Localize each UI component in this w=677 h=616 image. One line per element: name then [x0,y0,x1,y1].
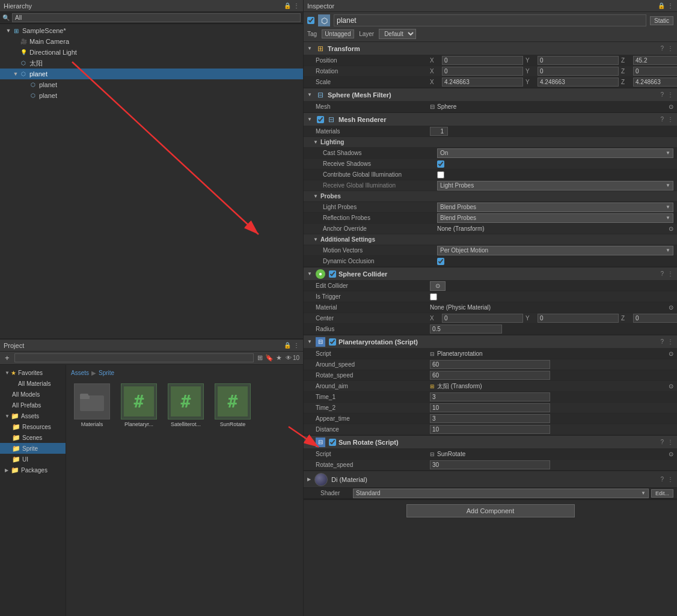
sun-rotate-settings-icon[interactable]: ⋮ [667,439,673,445]
light-probes-dropdown[interactable]: Blend Probes ▼ [437,203,673,212]
hierarchy-item-planet-child2[interactable]: ⬡ planet [0,90,303,101]
center-x-input[interactable] [442,314,523,323]
sidebar-packages[interactable]: ▶ 📁 Packages [0,465,66,475]
collider-material-link-icon[interactable]: ⊙ [669,304,673,311]
sun-rotate-enable-checkbox[interactable] [329,439,336,446]
sun-rotate-header[interactable]: ▼ ⊟ Sun Rotate (Script) ? ⋮ [304,436,677,449]
sphere-collider-settings-icon[interactable]: ⋮ [667,270,673,277]
sphere-collider-enable-checkbox[interactable] [329,270,336,278]
cast-shadows-dropdown[interactable]: On ▼ [437,148,673,158]
dynamic-occlusion-checkbox[interactable] [437,258,444,265]
hierarchy-search-input[interactable] [12,13,301,22]
sidebar-all-materials[interactable]: All Materials [0,378,66,389]
sidebar-scenes[interactable]: 📁 Scenes [0,432,66,443]
mesh-filter-settings-icon[interactable]: ⋮ [667,91,673,98]
reflection-probes-dropdown[interactable]: Blend Probes ▼ [437,213,673,223]
hierarchy-more-icon[interactable]: ⋮ [293,2,299,9]
transform-header[interactable]: ▼ ⊞ Transform ? ⋮ [304,42,677,55]
pos-x-input[interactable] [442,56,523,65]
project-add-btn[interactable]: + [4,353,11,362]
contribute-gi-checkbox[interactable] [437,171,444,178]
hierarchy-item-sun[interactable]: ⬡ 太阳 [0,58,303,69]
material-header-row[interactable]: ▶ Di (Material) ? ⋮ [304,471,677,488]
hierarchy-item-planet[interactable]: ▼ ⬡ planet [0,69,303,79]
mesh-filter-header[interactable]: ▼ ⊟ Sphere (Mesh Filter) ? ⋮ [304,88,677,102]
add-component-button[interactable]: Add Component [406,504,575,517]
mesh-filter-help-icon[interactable]: ? [660,91,664,98]
inspector-lock-icon[interactable]: 🔒 [658,2,665,9]
around-aim-link-icon[interactable]: ⊙ [669,383,673,389]
sun-script-link-icon[interactable]: ⊙ [669,451,673,457]
sidebar-all-prefabs[interactable]: All Prefabs [0,400,66,410]
file-item-materials[interactable]: Materials [71,383,113,427]
file-item-sunrotate[interactable]: # SunRotate [212,383,254,427]
hierarchy-scene-root[interactable]: ▼ ⊞ SampleScene* [0,25,303,36]
pos-z-input[interactable] [633,56,677,65]
planetary-rotation-enable-checkbox[interactable] [329,338,336,346]
project-more-icon[interactable]: ⋮ [293,342,299,349]
project-bookmark-btn[interactable]: 🔖 [265,354,274,362]
sidebar-resources[interactable]: 📁 Resources [0,421,66,432]
planetary-rotation-header[interactable]: ▼ ⊟ Planetaryrotation (Script) ? ⋮ [304,335,677,349]
center-z-input[interactable] [633,314,677,323]
planetary-script-link-icon[interactable]: ⊙ [669,350,673,357]
planetary-rotation-settings-icon[interactable]: ⋮ [667,338,673,345]
time2-input[interactable] [430,403,550,412]
probes-section[interactable]: ▼ Probes [304,191,677,202]
mesh-link-icon[interactable]: ⊙ [669,103,673,110]
shader-dropdown[interactable]: Standard ▼ [353,489,649,498]
sphere-collider-header[interactable]: ▼ ● Sphere Collider ? ⋮ [304,267,677,281]
transform-help-icon[interactable]: ? [660,45,664,52]
rotate-speed-input[interactable] [430,371,550,380]
receive-gi-dropdown[interactable]: Light Probes ▼ [437,181,673,191]
hierarchy-item-directional-light[interactable]: 💡 Directional Light [0,47,303,58]
sphere-collider-help-icon[interactable]: ? [660,270,664,277]
planetary-rotation-help-icon[interactable]: ? [660,338,664,345]
time1-input[interactable] [430,392,550,401]
rot-y-input[interactable] [538,67,619,76]
mesh-renderer-help-icon[interactable]: ? [660,116,664,123]
edit-collider-btn[interactable]: ⊙ [430,281,446,291]
object-name-input[interactable] [334,14,646,26]
sidebar-all-models[interactable]: All Models [0,389,66,400]
rot-z-input[interactable] [633,67,677,76]
sun-rotate-help-icon[interactable]: ? [660,439,664,445]
center-y-input[interactable] [538,314,619,323]
sidebar-sprite[interactable]: 📁 Sprite [0,443,66,454]
layer-select[interactable]: Default [379,29,416,39]
anchor-override-link-icon[interactable]: ⊙ [669,225,673,232]
transform-settings-icon[interactable]: ⋮ [667,45,673,52]
sidebar-favorites[interactable]: ▼ ★ Favorites [0,367,66,378]
appear-time-input[interactable] [430,414,550,423]
object-active-checkbox[interactable] [307,17,314,24]
project-search-input[interactable] [14,353,254,362]
distance-input[interactable] [430,425,550,434]
pos-y-input[interactable] [538,56,619,65]
material-expand-arrow[interactable]: ▶ [307,477,311,482]
scale-x-input[interactable] [442,78,523,87]
file-item-planetaryr[interactable]: # Planetaryr... [118,383,160,427]
mesh-renderer-header[interactable]: ▼ ⊟ Mesh Renderer ? ⋮ [304,113,677,126]
breadcrumb-assets[interactable]: Assets [71,370,89,376]
radius-input[interactable] [430,325,502,334]
breadcrumb-sprite[interactable]: Sprite [99,370,114,376]
file-item-satelliterot[interactable]: # Satelliterot... [165,383,207,427]
rot-x-input[interactable] [442,67,523,76]
project-filter-btn[interactable]: ⊞ [257,354,263,362]
receive-shadows-checkbox[interactable] [437,160,444,168]
mesh-renderer-settings-icon[interactable]: ⋮ [667,116,673,123]
static-button[interactable]: Static [650,16,673,25]
material-help-icon[interactable]: ? [660,476,664,483]
scale-y-input[interactable] [538,78,619,87]
is-trigger-checkbox[interactable] [430,293,437,300]
sidebar-ui[interactable]: 📁 UI [0,454,66,465]
hierarchy-item-planet-child1[interactable]: ⬡ planet [0,79,303,90]
shader-edit-btn[interactable]: Edit... [651,489,673,498]
additional-settings-section[interactable]: ▼ Additional Settings [304,234,677,245]
around-speed-input[interactable] [430,360,550,369]
tag-select[interactable]: Untagged [322,29,354,38]
motion-vectors-dropdown[interactable]: Per Object Motion ▼ [437,246,673,255]
sun-rotate-speed-input[interactable] [430,460,550,469]
hierarchy-item-main-camera[interactable]: 🎥 Main Camera [0,36,303,47]
material-settings-icon[interactable]: ⋮ [667,476,673,483]
